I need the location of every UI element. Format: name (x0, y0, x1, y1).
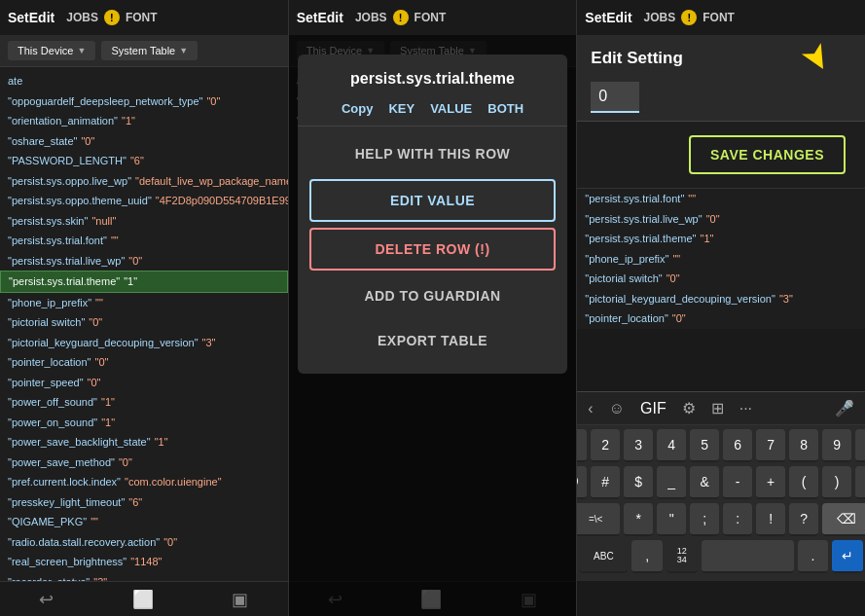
table-row[interactable]: "persist.sys.trial.live_wp""0" (577, 209, 865, 230)
table-row[interactable]: "pictorial_keyguard_decouping_version""3… (0, 333, 288, 353)
panel1-topbar: SetEdit JOBS ! FONT (0, 0, 289, 35)
table-row[interactable]: "persist.sys.trial.live_wp""0" (0, 251, 288, 272)
table-row[interactable]: "pref.current.lock.index""com.color.uien… (0, 472, 288, 492)
table-row[interactable]: "real_screen_brightness""1148" (0, 552, 288, 572)
jobs-btn-2[interactable]: JOBS (355, 11, 387, 24)
edit-value-btn[interactable]: EDIT VALUE (309, 179, 557, 222)
font-btn-2[interactable]: FONT (414, 11, 447, 24)
kb-key-8[interactable]: 8 (789, 429, 818, 462)
kb-key-period[interactable]: . (798, 540, 829, 573)
edit-header-title: Edit Setting (591, 49, 682, 68)
kb-key-9[interactable]: 9 (822, 429, 851, 462)
kb-key-lparen[interactable]: ( (789, 466, 818, 499)
kb-key-rparen[interactable]: ) (822, 466, 851, 499)
table-row[interactable]: "pointer_speed""0" (0, 373, 288, 393)
mic-icon[interactable]: 🎤 (830, 396, 859, 420)
table-row[interactable]: ate (0, 71, 288, 91)
jobs-btn-1[interactable]: JOBS (66, 11, 98, 24)
table-row[interactable]: "persist.sys.trial.font""" (0, 231, 288, 251)
translate-icon[interactable]: ⊞ (706, 396, 729, 420)
font-btn-3[interactable]: FONT (703, 11, 735, 24)
back-icon-1[interactable]: ↩ (39, 589, 54, 610)
kb-key-dollar[interactable]: $ (624, 466, 653, 499)
gif-label[interactable]: GIF (635, 397, 671, 420)
copy-label[interactable]: Copy (342, 101, 374, 116)
key-label[interactable]: KEY (388, 101, 414, 116)
table-row[interactable]: "phone_ip_prefix""" (577, 249, 865, 270)
table-row[interactable]: "persist.sys.skin""null" (0, 211, 288, 232)
kb-key-7[interactable]: 7 (756, 429, 785, 462)
delete-row-btn[interactable]: DELETE ROW (!) (309, 228, 557, 271)
kb-key-semicolon[interactable]: ; (690, 503, 719, 536)
export-table-btn[interactable]: EXPORT TABLE (309, 321, 557, 360)
kb-key-dash[interactable]: - (723, 466, 752, 499)
table-row[interactable]: "persist.sys.trial.theme""1" (577, 229, 865, 249)
add-guardian-btn[interactable]: ADD TO GUARDIAN (309, 276, 557, 315)
more-icon[interactable]: ··· (735, 397, 757, 420)
table-row[interactable]: "presskey_light_timeout""6" (0, 492, 288, 513)
table-row[interactable]: "QIGAME_PKG""" (0, 512, 288, 532)
kb-key-comma[interactable]: , (631, 540, 663, 573)
recents-icon-1[interactable]: ▣ (232, 589, 248, 610)
kb-key-slash[interactable]: / (855, 466, 865, 499)
kb-key-backspace[interactable]: ⌫ (822, 503, 865, 536)
kb-key-2[interactable]: 2 (591, 429, 620, 462)
device-selector-1[interactable]: This Device ▼ (8, 41, 95, 60)
kb-key-abc[interactable]: ABC (579, 540, 628, 573)
table-row[interactable]: "pictorial switch""0" (577, 269, 865, 289)
table-row[interactable]: "power_save_backlight_state""1" (0, 432, 288, 453)
table-row[interactable]: "power_on_sound""1" (0, 413, 288, 433)
settings-icon[interactable]: ⚙ (677, 396, 701, 420)
table-row[interactable]: "pictorial_keyguard_decouping_version""3… (577, 289, 865, 309)
emoji-icon[interactable]: ☺ (604, 397, 630, 420)
both-label[interactable]: BOTH (487, 101, 523, 116)
kb-key-at[interactable]: @ (577, 466, 587, 499)
kb-key-4[interactable]: 4 (657, 429, 686, 462)
edit-value-input[interactable]: 0 (591, 82, 639, 113)
edit-setting-overlay: Edit Setting ➤ 0 SAVE CHANGES "persist.s… (577, 35, 865, 329)
kb-key-quote[interactable]: " (657, 503, 686, 536)
font-btn-1[interactable]: FONT (126, 11, 158, 24)
table-row[interactable]: "persist.sys.oppo.live_wp""default_live_… (0, 171, 288, 192)
kb-key-5[interactable]: 5 (690, 429, 719, 462)
table-row[interactable]: "power_off_sound""1" (0, 392, 288, 413)
kb-key-colon[interactable]: : (723, 503, 752, 536)
table-row[interactable]: "power_save_method""0" (0, 453, 288, 473)
table-row[interactable]: "pointer_location""0" (577, 308, 865, 329)
kb-key-underscore[interactable]: _ (657, 466, 686, 499)
table-row[interactable]: "oshare_state""0" (0, 131, 288, 152)
table-row[interactable]: "oppoguardelf_deepsleep_network_type""0" (0, 91, 288, 112)
table-row[interactable]: "phone_ip_prefix""" (0, 293, 288, 313)
home-icon-1[interactable]: ⬜ (132, 589, 154, 610)
kb-key-1[interactable]: 1 (577, 429, 587, 462)
kb-key-star[interactable]: * (624, 503, 653, 536)
table-row[interactable]: "persist.sys.oppo.theme_uuid""4F2D8p090D… (0, 191, 288, 211)
table-row[interactable]: "radio.data.stall.recovery.action""0" (0, 532, 288, 553)
kb-key-hash[interactable]: # (591, 466, 620, 499)
table-row[interactable]: "persist.sys.trial.font""" (577, 189, 865, 209)
kb-key-0[interactable]: 0 (855, 429, 865, 462)
kb-key-enter[interactable]: ↵ (832, 540, 863, 573)
kb-key-amp[interactable]: & (690, 466, 719, 499)
kb-key-6[interactable]: 6 (723, 429, 752, 462)
keyboard: ‹ ☺ GIF ⚙ ⊞ ··· 🎤 1 2 3 4 5 (577, 391, 865, 581)
table-row[interactable]: "orientation_animation""1" (0, 111, 288, 131)
table-row[interactable]: "pointer_location""0" (0, 352, 288, 373)
table-row[interactable]: "recorder_status""3" (0, 572, 288, 582)
help-btn[interactable]: HELP WITH THIS ROW (309, 134, 557, 173)
save-changes-button[interactable]: SAVE CHANGES (689, 135, 846, 174)
kb-key-plus[interactable]: + (756, 466, 785, 499)
kb-key-numpad[interactable]: 1234 (667, 540, 698, 573)
table-row-highlighted[interactable]: "persist.sys.trial.theme""1" (0, 271, 288, 293)
kb-key-morekeys[interactable]: =\< (577, 503, 620, 536)
kb-key-excl[interactable]: ! (756, 503, 785, 536)
value-label[interactable]: VALUE (430, 101, 472, 116)
kb-key-3[interactable]: 3 (624, 429, 653, 462)
table-row[interactable]: "pictorial switch""0" (0, 312, 288, 333)
kb-key-question[interactable]: ? (789, 503, 818, 536)
table-row[interactable]: "PASSWORD_LENGTH""6" (0, 151, 288, 171)
jobs-btn-3[interactable]: JOBS (644, 11, 676, 24)
kb-key-space[interactable] (702, 540, 794, 573)
keyboard-back-icon[interactable]: ‹ (583, 397, 597, 420)
table-selector-1[interactable]: System Table ▼ (101, 41, 198, 60)
